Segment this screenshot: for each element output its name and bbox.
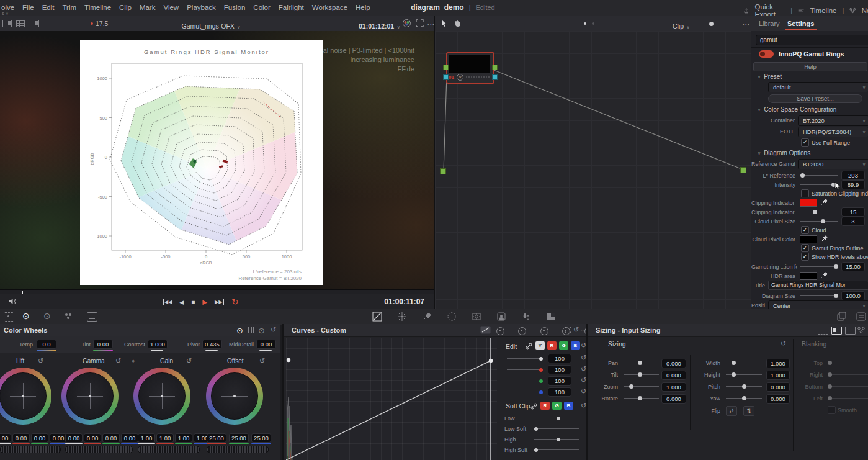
- slider-thumb[interactable]: [828, 372, 832, 377]
- lift-g-value[interactable]: 0.00: [31, 433, 48, 443]
- blanking-right-slider[interactable]: [828, 374, 868, 375]
- intensity-value[interactable]: 89.9: [841, 180, 865, 189]
- hue-vs-sat-icon[interactable]: [518, 327, 526, 335]
- skip-start-icon[interactable]: ◀◀: [163, 299, 172, 305]
- lift-trackball[interactable]: [0, 372, 47, 420]
- edit-reset-icon[interactable]: ↺: [581, 342, 586, 349]
- blanking-left-slider[interactable]: [828, 398, 868, 399]
- nodes-button[interactable]: Nodes: [862, 7, 868, 14]
- section-color-space[interactable]: Color Space Configuration: [758, 106, 836, 113]
- hdr-mode-icon[interactable]: ⊙: [258, 326, 265, 335]
- color-wheels-palette-icon[interactable]: ⊙: [22, 311, 30, 321]
- slider-thumb[interactable]: [834, 294, 838, 298]
- pitch-slider[interactable]: [726, 386, 762, 387]
- position-dropdown[interactable]: Center: [768, 300, 868, 309]
- wheels-reset-icon[interactable]: ↺: [271, 327, 276, 333]
- title-input[interactable]: Gamut Rings HDR Signal Mor: [768, 281, 868, 290]
- slider-thumb[interactable]: [557, 438, 560, 441]
- r-gain-reset-icon[interactable]: ↺: [581, 366, 586, 372]
- slider-thumb[interactable]: [732, 372, 736, 377]
- wipe-slider[interactable]: [699, 24, 736, 24]
- contrast-value[interactable]: 1.000: [148, 340, 168, 349]
- saturation-clipping-checkbox[interactable]: [801, 189, 809, 197]
- g-gain-reset-icon[interactable]: ↺: [581, 377, 586, 384]
- help-button[interactable]: Help: [753, 62, 867, 71]
- viewer-video[interactable]: oral noise | P3-limited | <1000nit incre…: [0, 31, 434, 289]
- y-gain-slider[interactable]: [507, 358, 543, 359]
- flip-vertical-icon[interactable]: ⇅: [743, 406, 754, 416]
- lift-master-wheel[interactable]: [0, 446, 61, 453]
- output-node-port[interactable]: [740, 167, 746, 173]
- wheel-crosshair-icon[interactable]: ⌖: [132, 358, 135, 365]
- height-slider[interactable]: [726, 374, 762, 375]
- flip-horizontal-icon[interactable]: ⇄: [726, 406, 737, 416]
- viewer-grid-icon[interactable]: [16, 20, 25, 27]
- g-gain-value[interactable]: 100: [548, 376, 571, 386]
- stop-icon[interactable]: ■: [191, 299, 195, 305]
- offset-b-value[interactable]: 25.00: [251, 433, 271, 443]
- channel-y-button[interactable]: Y: [535, 341, 545, 350]
- menu-workspace[interactable]: Workspace: [312, 4, 347, 11]
- picker-icon[interactable]: [422, 312, 432, 322]
- gamma-g-value[interactable]: 0.00: [102, 433, 120, 443]
- lightbox-icon[interactable]: [856, 312, 866, 322]
- b-gain-reset-icon[interactable]: ↺: [581, 388, 586, 395]
- r-gain-value[interactable]: 100: [548, 365, 571, 374]
- hue-vs-lum-icon[interactable]: [540, 327, 548, 335]
- slider-thumb[interactable]: [557, 417, 560, 420]
- gamma-master-wheel[interactable]: [65, 446, 133, 453]
- menu-view[interactable]: View: [163, 4, 179, 11]
- width-value[interactable]: 1.000: [766, 359, 790, 368]
- high-soft-slider[interactable]: [534, 449, 579, 450]
- plugin-enable-toggle[interactable]: [759, 50, 774, 58]
- lift-b-value[interactable]: 0.00: [50, 433, 67, 443]
- offset-wheel[interactable]: [206, 368, 263, 425]
- gamma-trackball[interactable]: [66, 372, 114, 420]
- zoom-slider[interactable]: [624, 386, 659, 387]
- l-reference-value[interactable]: 203: [841, 171, 865, 180]
- viewer-more-icon[interactable]: ⋯: [427, 20, 434, 28]
- clip-dropdown[interactable]: Clip ∨: [673, 20, 690, 31]
- menu-clip[interactable]: Clip: [119, 4, 132, 11]
- menu-mark[interactable]: Mark: [140, 4, 156, 11]
- height-value[interactable]: 1.000: [766, 371, 790, 380]
- slider-thumb[interactable]: [629, 384, 633, 389]
- lift-reset-icon[interactable]: ↺: [38, 358, 43, 364]
- lift-y-value[interactable]: 0.00: [0, 433, 11, 443]
- offset-g-value[interactable]: 25.00: [229, 433, 249, 443]
- tilt-value[interactable]: 0.000: [661, 371, 686, 380]
- menu-fairlight[interactable]: Fairlight: [279, 4, 304, 11]
- slider-thumb[interactable]: [539, 357, 543, 361]
- slider-thumb[interactable]: [638, 396, 642, 400]
- slider-thumb[interactable]: [539, 368, 543, 372]
- blanking-top-slider[interactable]: [828, 363, 868, 363]
- gain-master-wheel[interactable]: [138, 446, 200, 453]
- slider-thumb[interactable]: [742, 396, 746, 400]
- curve-point-low[interactable]: [287, 358, 290, 362]
- offset-r-value[interactable]: 25.00: [207, 433, 226, 443]
- menu-file[interactable]: File: [22, 4, 34, 11]
- link-channels-icon[interactable]: [526, 343, 532, 350]
- tracker-icon[interactable]: [472, 312, 481, 322]
- curve-graph[interactable]: [286, 338, 497, 460]
- gamma-r-value[interactable]: 0.00: [84, 433, 101, 443]
- timeline-button[interactable]: Timeline: [810, 7, 836, 14]
- curves-more-icon[interactable]: ⋯: [581, 327, 586, 333]
- node-rgb-output[interactable]: [492, 65, 498, 70]
- channel-b-button[interactable]: B: [571, 341, 580, 350]
- container-dropdown[interactable]: BT.2020: [798, 115, 868, 126]
- slider-thumb[interactable]: [638, 372, 642, 377]
- lift-wheel[interactable]: [0, 368, 51, 425]
- diagram-size-value[interactable]: 100.0: [841, 291, 865, 300]
- section-diagram-options[interactable]: Diagram Options: [758, 150, 810, 156]
- curves-expand-icon[interactable]: [565, 327, 571, 333]
- blanking-bottom-slider[interactable]: [828, 386, 868, 387]
- pointer-tool-icon[interactable]: [440, 19, 448, 27]
- curve-point-high[interactable]: [489, 359, 493, 363]
- source-node-port[interactable]: [440, 168, 446, 174]
- gain-r-value[interactable]: 1.00: [156, 433, 174, 443]
- viewer-split-icon[interactable]: [30, 20, 39, 27]
- gallery-dot-active[interactable]: [584, 22, 586, 25]
- menu-color[interactable]: Color: [253, 4, 270, 11]
- viewer-timecode-group[interactable]: 01:01:12:01 ∨: [359, 20, 400, 31]
